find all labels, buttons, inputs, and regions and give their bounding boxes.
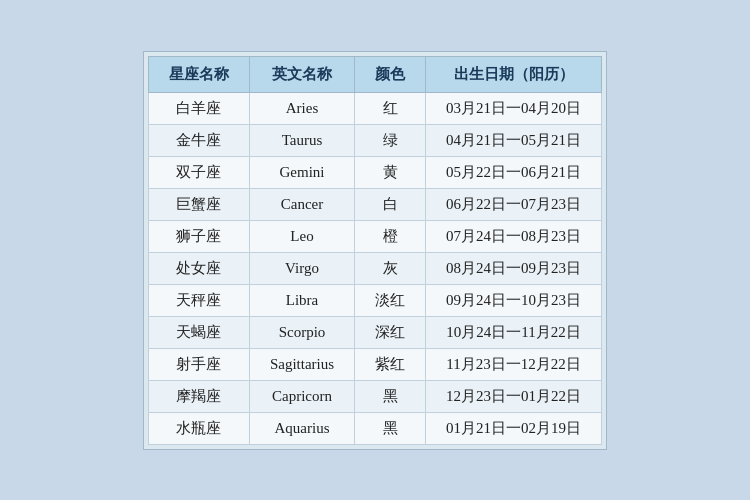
table-row: 摩羯座Capricorn黑12月23日一01月22日 bbox=[148, 380, 601, 412]
col-header-color: 颜色 bbox=[355, 56, 426, 92]
cell-dates: 01月21日一02月19日 bbox=[426, 412, 602, 444]
cell-dates: 09月24日一10月23日 bbox=[426, 284, 602, 316]
table-row: 天蝎座Scorpio深红10月24日一11月22日 bbox=[148, 316, 601, 348]
cell-english: Aquarius bbox=[249, 412, 354, 444]
table-body: 白羊座Aries红03月21日一04月20日金牛座Taurus绿04月21日一0… bbox=[148, 92, 601, 444]
table-row: 金牛座Taurus绿04月21日一05月21日 bbox=[148, 124, 601, 156]
cell-color: 淡红 bbox=[355, 284, 426, 316]
cell-english: Scorpio bbox=[249, 316, 354, 348]
table-row: 射手座Sagittarius紫红11月23日一12月22日 bbox=[148, 348, 601, 380]
col-header-english: 英文名称 bbox=[249, 56, 354, 92]
cell-dates: 07月24日一08月23日 bbox=[426, 220, 602, 252]
table-row: 水瓶座Aquarius黑01月21日一02月19日 bbox=[148, 412, 601, 444]
cell-chinese: 巨蟹座 bbox=[148, 188, 249, 220]
cell-chinese: 天秤座 bbox=[148, 284, 249, 316]
cell-chinese: 水瓶座 bbox=[148, 412, 249, 444]
cell-dates: 04月21日一05月21日 bbox=[426, 124, 602, 156]
cell-dates: 05月22日一06月21日 bbox=[426, 156, 602, 188]
cell-english: Capricorn bbox=[249, 380, 354, 412]
cell-english: Virgo bbox=[249, 252, 354, 284]
table-row: 天秤座Libra淡红09月24日一10月23日 bbox=[148, 284, 601, 316]
cell-dates: 08月24日一09月23日 bbox=[426, 252, 602, 284]
cell-chinese: 白羊座 bbox=[148, 92, 249, 124]
table-row: 处女座Virgo灰08月24日一09月23日 bbox=[148, 252, 601, 284]
cell-chinese: 处女座 bbox=[148, 252, 249, 284]
cell-dates: 12月23日一01月22日 bbox=[426, 380, 602, 412]
cell-chinese: 天蝎座 bbox=[148, 316, 249, 348]
col-header-chinese: 星座名称 bbox=[148, 56, 249, 92]
cell-dates: 06月22日一07月23日 bbox=[426, 188, 602, 220]
cell-english: Sagittarius bbox=[249, 348, 354, 380]
cell-english: Cancer bbox=[249, 188, 354, 220]
cell-chinese: 双子座 bbox=[148, 156, 249, 188]
cell-color: 深红 bbox=[355, 316, 426, 348]
cell-color: 黑 bbox=[355, 412, 426, 444]
cell-chinese: 摩羯座 bbox=[148, 380, 249, 412]
table-row: 狮子座Leo橙07月24日一08月23日 bbox=[148, 220, 601, 252]
table-row: 白羊座Aries红03月21日一04月20日 bbox=[148, 92, 601, 124]
cell-dates: 03月21日一04月20日 bbox=[426, 92, 602, 124]
cell-color: 红 bbox=[355, 92, 426, 124]
table-row: 双子座Gemini黄05月22日一06月21日 bbox=[148, 156, 601, 188]
cell-english: Gemini bbox=[249, 156, 354, 188]
cell-chinese: 金牛座 bbox=[148, 124, 249, 156]
cell-color: 绿 bbox=[355, 124, 426, 156]
table-header-row: 星座名称 英文名称 颜色 出生日期（阳历） bbox=[148, 56, 601, 92]
cell-chinese: 狮子座 bbox=[148, 220, 249, 252]
cell-color: 黄 bbox=[355, 156, 426, 188]
cell-chinese: 射手座 bbox=[148, 348, 249, 380]
cell-color: 白 bbox=[355, 188, 426, 220]
cell-color: 橙 bbox=[355, 220, 426, 252]
cell-dates: 11月23日一12月22日 bbox=[426, 348, 602, 380]
cell-color: 灰 bbox=[355, 252, 426, 284]
col-header-dates: 出生日期（阳历） bbox=[426, 56, 602, 92]
zodiac-table-container: 星座名称 英文名称 颜色 出生日期（阳历） 白羊座Aries红03月21日一04… bbox=[143, 51, 607, 450]
cell-dates: 10月24日一11月22日 bbox=[426, 316, 602, 348]
cell-english: Libra bbox=[249, 284, 354, 316]
cell-english: Aries bbox=[249, 92, 354, 124]
cell-english: Taurus bbox=[249, 124, 354, 156]
cell-english: Leo bbox=[249, 220, 354, 252]
table-row: 巨蟹座Cancer白06月22日一07月23日 bbox=[148, 188, 601, 220]
cell-color: 黑 bbox=[355, 380, 426, 412]
zodiac-table: 星座名称 英文名称 颜色 出生日期（阳历） 白羊座Aries红03月21日一04… bbox=[148, 56, 602, 445]
cell-color: 紫红 bbox=[355, 348, 426, 380]
